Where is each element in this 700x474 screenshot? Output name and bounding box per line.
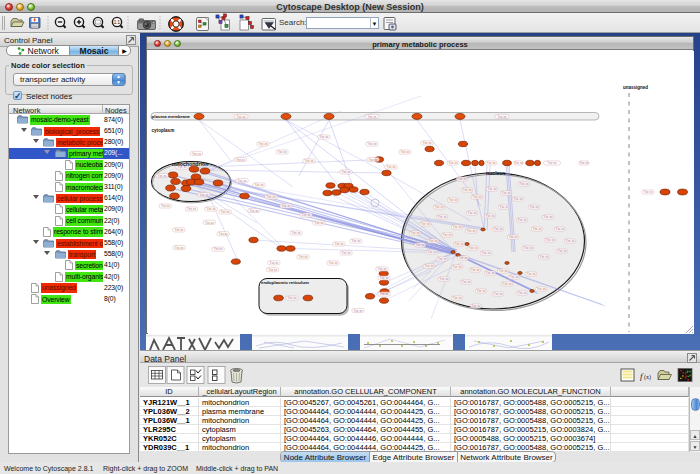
svg-text:Yxx xx: Yxx xx: [438, 215, 447, 219]
svg-text:Yxx xx: Yxx xx: [259, 142, 268, 146]
svg-text:Yxx xx: Yxx xx: [158, 174, 167, 178]
svg-text:Yxx xx: Yxx xx: [471, 268, 480, 272]
svg-text:Yxx xx: Yxx xx: [469, 246, 478, 250]
svg-text:Yxx xx: Yxx xx: [187, 207, 196, 211]
svg-text:Yxx xx: Yxx xx: [537, 287, 546, 291]
svg-text:Yxx xx: Yxx xx: [494, 292, 503, 296]
svg-text:Yxx xx: Yxx xx: [352, 239, 361, 243]
svg-text:Yxx xx: Yxx xx: [459, 256, 468, 260]
svg-text:Yxx xx: Yxx xx: [540, 255, 549, 259]
svg-text:Yxx xx: Yxx xx: [482, 251, 491, 255]
svg-text:Yxx xx: Yxx xx: [368, 115, 377, 119]
svg-text:Yxx xx: Yxx xx: [533, 227, 542, 231]
svg-text:Yxx xx: Yxx xx: [558, 249, 567, 253]
svg-text:Yxx xx: Yxx xx: [527, 272, 536, 276]
svg-text:Yxx xx: Yxx xx: [221, 210, 230, 214]
svg-text:Yxx xx: Yxx xx: [292, 231, 301, 235]
svg-text:Yxx xx: Yxx xx: [503, 282, 512, 286]
svg-text:Yxx xx: Yxx xx: [449, 198, 458, 202]
svg-text:Yxx xx: Yxx xx: [302, 213, 311, 217]
svg-text:Yxx xx: Yxx xx: [453, 225, 462, 229]
svg-text:Yxx xx: Yxx xx: [530, 205, 539, 209]
svg-text:1:1: 1:1: [114, 20, 121, 25]
svg-text:Yxx xx: Yxx xx: [580, 161, 589, 165]
svg-text:Yxx xx: Yxx xx: [205, 221, 214, 225]
svg-text:Yxx xx: Yxx xx: [161, 204, 170, 208]
svg-text:Yxx xx: Yxx xx: [443, 233, 452, 237]
svg-text:Yxx xx: Yxx xx: [411, 231, 420, 235]
svg-text:Yxx xx: Yxx xx: [378, 267, 387, 271]
svg-text:Yxx xx: Yxx xx: [175, 246, 184, 250]
svg-text:Yxx xx: Yxx xx: [174, 228, 183, 232]
svg-text:Yxx xx: Yxx xx: [315, 221, 324, 225]
svg-text:Yxx xx: Yxx xx: [544, 215, 553, 219]
svg-text:Yxx xx: Yxx xx: [428, 250, 437, 254]
svg-text:Yxx xx: Yxx xx: [488, 187, 497, 191]
svg-text:Yxx xx: Yxx xx: [438, 257, 447, 261]
svg-text:Yxx xx: Yxx xx: [502, 191, 511, 195]
svg-text:Yxx xx: Yxx xx: [546, 238, 555, 242]
svg-text:Yxx xx: Yxx xx: [237, 115, 246, 119]
svg-text:Yxx xx: Yxx xx: [416, 243, 425, 247]
svg-text:Yxx xx: Yxx xx: [500, 205, 509, 209]
svg-text:Yxx xx: Yxx xx: [458, 177, 467, 181]
svg-text:Yxx xx: Yxx xx: [200, 193, 209, 197]
svg-text:Yxx xx: Yxx xx: [487, 161, 496, 165]
svg-text:Yxx xx: Yxx xx: [514, 161, 523, 165]
svg-text:Yxx xx: Yxx xx: [423, 141, 432, 145]
svg-text:Yxx xx: Yxx xx: [477, 289, 486, 293]
svg-text:plasma membrane: plasma membrane: [152, 114, 191, 119]
svg-text:mitochondrion: mitochondrion: [172, 161, 208, 167]
svg-text:Yxx xx: Yxx xx: [207, 207, 216, 211]
svg-text:Yxx xx: Yxx xx: [342, 170, 351, 174]
svg-text:Yxx xx: Yxx xx: [486, 214, 495, 218]
svg-text:Yxx xx: Yxx xx: [449, 161, 458, 165]
svg-text:Yxx xx: Yxx xx: [472, 304, 481, 308]
svg-text:Yxx xx: Yxx xx: [440, 277, 449, 281]
svg-text:Yxx xx: Yxx xx: [520, 182, 529, 186]
svg-text:Yxx xx: Yxx xx: [494, 227, 503, 231]
svg-text:Yxx xx: Yxx xx: [518, 291, 527, 295]
svg-text:Yxx xx: Yxx xx: [354, 309, 363, 313]
svg-text:Yxx xx: Yxx xx: [566, 239, 575, 243]
svg-text:Yxx xx: Yxx xx: [236, 158, 245, 162]
svg-text:(x): (x): [644, 374, 651, 381]
svg-text:Yxx xx: Yxx xx: [462, 280, 471, 284]
svg-text:Yxx xx: Yxx xx: [435, 205, 444, 209]
svg-text:Yxx xx: Yxx xx: [468, 211, 477, 215]
svg-text:Yxx xx: Yxx xx: [380, 276, 389, 280]
svg-text:endoplasmic reticulum: endoplasmic reticulum: [261, 280, 309, 285]
svg-text:Yxx xx: Yxx xx: [238, 179, 247, 183]
svg-text:Yxx xx: Yxx xx: [214, 247, 223, 251]
svg-text:Yxx xx: Yxx xx: [644, 190, 653, 194]
svg-text:Yxx xx: Yxx xx: [498, 115, 507, 119]
svg-text:unassigned: unassigned: [623, 85, 648, 90]
svg-text:Yxx xx: Yxx xx: [524, 246, 533, 250]
svg-text:Yxx xx: Yxx xx: [335, 242, 344, 246]
svg-text:Yxx xx: Yxx xx: [486, 271, 495, 275]
svg-text:Yxx xx: Yxx xx: [282, 204, 291, 208]
svg-text:Yxx xx: Yxx xx: [329, 261, 338, 265]
svg-text:Yxx xx: Yxx xx: [467, 229, 476, 233]
svg-text:Yxx xx: Yxx xx: [278, 150, 287, 154]
svg-text:Yxx xx: Yxx xx: [387, 165, 396, 169]
svg-text:Yxx xx: Yxx xx: [299, 255, 308, 259]
svg-text:Yxx xx: Yxx xx: [455, 242, 464, 246]
svg-text:Yxx xx: Yxx xx: [453, 296, 462, 300]
svg-text:Yxx xx: Yxx xx: [267, 195, 276, 199]
svg-text:Yxx xx: Yxx xx: [192, 152, 201, 156]
svg-text:Yxx xx: Yxx xx: [269, 261, 278, 265]
svg-text:Yxx xx: Yxx xx: [368, 142, 377, 146]
svg-text:Yxx xx: Yxx xx: [320, 135, 329, 139]
svg-text:Yxx xx: Yxx xx: [421, 222, 430, 226]
svg-text:Yxx xx: Yxx xx: [463, 188, 472, 192]
svg-text:Yxx xx: Yxx xx: [425, 264, 434, 268]
svg-text:Yxx xx: Yxx xx: [268, 268, 277, 272]
svg-text:Yxx xx: Yxx xx: [473, 195, 482, 199]
svg-text:Yxx xx: Yxx xx: [510, 275, 519, 279]
svg-text:Yxx xx: Yxx xx: [514, 197, 523, 201]
svg-text:Yxx xx: Yxx xx: [369, 158, 378, 162]
svg-text:Yxx xx: Yxx xx: [305, 159, 314, 163]
svg-text:Yxx xx: Yxx xx: [219, 232, 228, 236]
svg-text:Yxx xx: Yxx xx: [518, 218, 527, 222]
